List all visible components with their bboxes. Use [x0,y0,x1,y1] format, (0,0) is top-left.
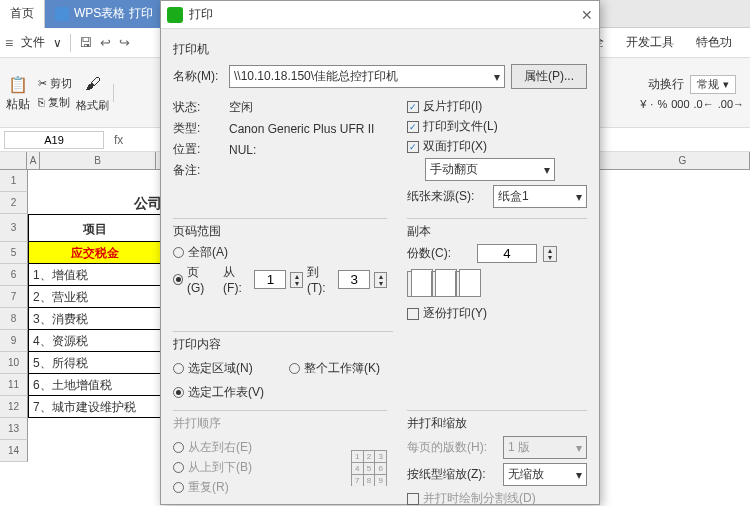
perpage-select: 1 版▾ [503,436,587,459]
properties-button[interactable]: 属性(P)... [511,64,587,89]
ttb-label: 从上到下(B) [188,459,252,476]
copies-label: 份数(C): [407,245,451,262]
file-menu[interactable]: 文件 [21,34,45,51]
status-label: 状态: [173,99,223,116]
selection-label: 选定区域(N) [188,360,253,377]
ltr-label: 从左到右(E) [188,439,252,456]
paste-icon: 📋 [6,72,30,96]
copies-input[interactable] [477,244,537,263]
row-headers: 12 3 567 8910 111213 14 [0,170,28,462]
reverse-checkbox[interactable]: ✓ [407,101,419,113]
close-icon[interactable]: ✕ [581,7,593,23]
from-input[interactable] [254,270,286,289]
pages-radio[interactable] [173,274,183,285]
collate-checkbox[interactable] [407,308,419,320]
table-row[interactable]: 6、土地增值税 [28,374,162,396]
table-row[interactable]: 3、消费税 [28,308,162,330]
dialog-titlebar: 打印 ✕ [161,1,599,29]
decimal-inc-button[interactable]: .0← [694,98,714,110]
tab-wps[interactable]: WPS表格 打印 [45,0,163,28]
table-row[interactable]: 2、营业税 [28,286,162,308]
workbook-label: 整个工作簿(K) [304,360,380,377]
scale-header: 并打和缩放 [407,415,587,432]
worksheet-radio[interactable] [173,387,184,398]
paste-button[interactable]: 📋 粘贴 [6,72,30,113]
all-radio[interactable] [173,247,184,258]
printer-section-header: 打印机 [173,41,587,58]
left-column: 公司 项目 应交税金 1、增值税 2、营业税 3、消费税 4、资源税 5、所得税… [28,170,162,462]
comment-label: 备注: [173,162,223,179]
scale-select[interactable]: 无缩放▾ [503,463,587,486]
col-header-g[interactable]: G [616,152,750,169]
workbook-radio[interactable] [289,363,300,374]
hamburger-icon[interactable]: ≡ [5,35,13,51]
cut-button[interactable]: ✂ 剪切 [38,76,72,91]
drawlines-checkbox [407,493,419,505]
drawlines-label: 并打时绘制分割线(D) [423,490,536,506]
copies-header: 副本 [407,223,587,240]
dialog-app-icon [167,7,183,23]
save-icon[interactable]: 🖫 [79,35,92,50]
repeat-radio [173,482,184,493]
manual-flip-select[interactable]: 手动翻页▾ [425,158,555,181]
to-input[interactable] [338,270,370,289]
to-spinner[interactable]: ▴▾ [374,272,387,288]
fx-icon[interactable]: fx [108,133,129,147]
table-row[interactable]: 1、增值税 [28,264,162,286]
printer-select[interactable]: \\10.10.18.150\佳能总控打印机▾ [229,65,505,88]
format-painter-button[interactable]: 🖌 格式刷 [76,72,109,113]
cell-reference-input[interactable] [4,131,104,149]
ribbon-tab-dev[interactable]: 开发工具 [626,34,674,51]
selection-radio[interactable] [173,363,184,374]
comma-button[interactable]: 000 [671,98,689,110]
ttb-radio [173,462,184,473]
percent-button[interactable]: % [657,98,667,110]
wrap-text-button[interactable]: 动换行 [648,76,684,93]
table-row[interactable]: 5、所得税 [28,352,162,374]
order-preview-icon: 123456789 [351,450,387,486]
from-spinner[interactable]: ▴▾ [290,272,303,288]
pages-label: 页(G) [187,264,213,295]
brush-icon: 🖌 [81,72,105,96]
sheet-title[interactable]: 公司 [28,192,162,214]
duplex-label: 双面打印(X) [423,138,487,155]
all-label: 全部(A) [188,244,228,261]
type-label: 类型: [173,120,223,137]
location-label: 位置: [173,141,223,158]
collate-preview-icon [407,271,587,297]
tofile-checkbox[interactable]: ✓ [407,121,419,133]
ribbon-tab-special[interactable]: 特色功 [696,34,732,51]
back-icon[interactable]: ↩ [100,35,111,50]
copy-button[interactable]: ⎘ 复制 [38,95,72,110]
forward-icon[interactable]: ↪ [119,35,130,50]
col-header-b[interactable]: B [40,152,155,169]
yellow-cell[interactable]: 应交税金 [28,242,162,264]
reverse-label: 反片打印(I) [423,98,482,115]
collate-label: 逐份打印(Y) [423,305,487,322]
currency-button[interactable]: ¥ [640,98,646,110]
table-row[interactable]: 4、资源税 [28,330,162,352]
ltr-radio [173,442,184,453]
scale-label: 按纸型缩放(Z): [407,466,497,483]
range-header: 页码范围 [173,223,387,240]
location-value: NUL: [229,143,256,157]
order-header: 并打顺序 [173,415,387,432]
number-format-select[interactable]: 常规▾ [690,75,736,94]
header-cell[interactable]: 项目 [28,214,162,242]
paper-source-select[interactable]: 纸盒1▾ [493,185,587,208]
copies-spinner[interactable]: ▴▾ [543,246,557,262]
content-header: 打印内容 [173,336,393,353]
perpage-label: 每页的版数(H): [407,439,497,456]
decimal-dec-button[interactable]: .00→ [718,98,744,110]
tab-home[interactable]: 首页 [0,0,45,28]
name-label: 名称(M): [173,68,223,85]
to-label: 到(T): [307,264,334,295]
duplex-checkbox[interactable]: ✓ [407,141,419,153]
dialog-title: 打印 [189,6,213,23]
table-row[interactable]: 7、城市建设维护税 [28,396,162,418]
repeat-label: 重复(R) [188,479,229,496]
tofile-label: 打印到文件(L) [423,118,498,135]
col-header-a[interactable]: A [27,152,40,169]
wps-app-icon [55,7,69,21]
worksheet-label: 选定工作表(V) [188,384,264,401]
